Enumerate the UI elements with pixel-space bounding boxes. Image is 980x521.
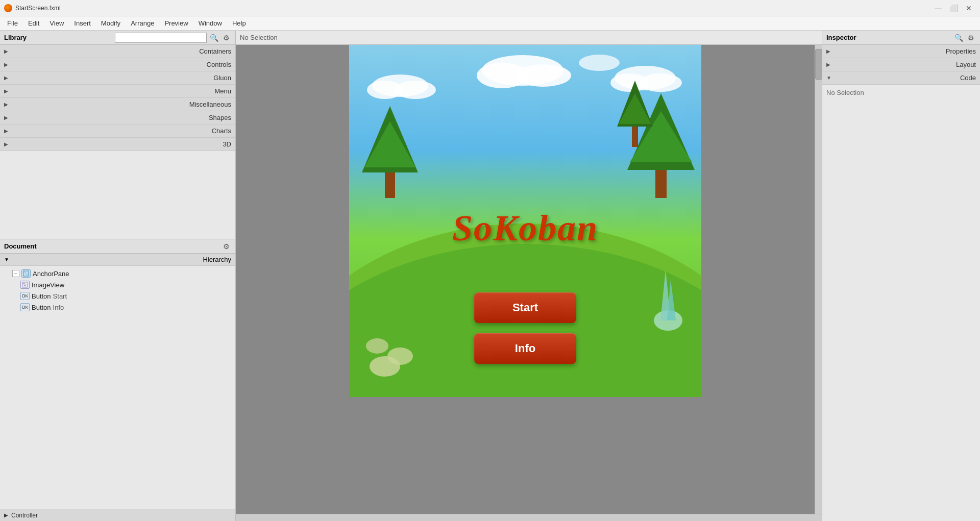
canvas-scrollbar[interactable] <box>815 45 822 514</box>
hierarchy-header[interactable]: ▼ Hierarchy <box>0 254 235 266</box>
canvas-viewport[interactable]: SoKoban Start Info <box>236 45 815 514</box>
lib-cat-charts[interactable]: ▶ Charts <box>0 125 235 138</box>
controls-label: Controls <box>11 61 231 68</box>
inspector-search-btn[interactable]: 🔍 <box>953 33 964 43</box>
inspector-layout-row[interactable]: ▶ Layout <box>822 58 980 71</box>
lib-cat-shapes[interactable]: ▶ Shapes <box>0 111 235 125</box>
left-panel: Library 🔍 ⚙ ▶ Containers ▶ Controls ▶ Gl… <box>0 31 236 521</box>
hierarchy-label: Hierarchy <box>12 256 231 263</box>
menu-window[interactable]: Window <box>193 17 227 29</box>
menu-bar: File Edit View Insert Modify Arrange Pre… <box>0 16 980 31</box>
inspector-body: No Selection <box>822 85 980 101</box>
no-selection-label: No Selection <box>240 34 278 41</box>
misc-arrow: ▶ <box>4 102 8 107</box>
menu-view[interactable]: View <box>44 17 69 29</box>
svg-rect-24 <box>632 127 638 147</box>
svg-line-1 <box>23 271 29 276</box>
lib-cat-containers[interactable]: ▶ Containers <box>0 45 235 58</box>
menu-edit[interactable]: Edit <box>23 17 44 29</box>
menu-arrange[interactable]: Arrange <box>126 17 159 29</box>
lib-cat-misc[interactable]: ▶ Miscellaneous <box>0 98 235 111</box>
controller-arrow: ▶ <box>4 512 8 518</box>
title-bar: StartScreen.fxml — ⬜ ✕ <box>0 0 980 16</box>
inspector-header: Inspector 🔍 ⚙ <box>822 31 980 45</box>
shapes-label: Shapes <box>11 114 231 121</box>
svg-point-28 <box>387 348 413 365</box>
misc-label: Miscellaneous <box>11 101 231 108</box>
button-start-icon: OK <box>20 292 30 300</box>
canvas-area: No Selection <box>236 31 822 521</box>
tree-items: − AnchorPane <box>0 266 235 315</box>
library-search[interactable] <box>115 33 207 43</box>
menu-arrow: ▶ <box>4 88 8 94</box>
title-filename: StartScreen.fxml <box>15 5 61 12</box>
minimize-button[interactable]: — <box>931 2 945 14</box>
tree-item-button-start[interactable]: OK Button Start <box>0 290 235 302</box>
anchorpane-label: AnchorPane <box>33 270 69 278</box>
main-layout: Library 🔍 ⚙ ▶ Containers ▶ Controls ▶ Gl… <box>0 31 980 521</box>
charts-label: Charts <box>11 127 231 135</box>
button-info-icon: OK <box>20 303 30 311</box>
tree-item-imageview[interactable]: ImageView <box>0 279 235 290</box>
library-tools: 🔍 ⚙ <box>115 33 231 43</box>
hierarchy-arrow: ▼ <box>4 257 9 262</box>
library-title: Library <box>4 34 27 41</box>
maximize-button[interactable]: ⬜ <box>946 2 961 14</box>
layout-arrow: ▶ <box>826 62 830 67</box>
deco-right-svg <box>643 254 694 346</box>
controller-label: Controller <box>11 512 38 519</box>
close-button[interactable]: ✕ <box>962 2 976 14</box>
properties-label: Properties <box>834 47 976 55</box>
inspector-settings-btn[interactable]: ⚙ <box>966 33 976 43</box>
tree-item-anchorpane[interactable]: − AnchorPane <box>0 268 235 279</box>
document-settings-btn[interactable]: ⚙ <box>221 241 231 252</box>
menu-insert[interactable]: Insert <box>69 17 96 29</box>
3d-arrow: ▶ <box>4 141 8 147</box>
game-title: SoKoban <box>452 207 598 249</box>
menu-label: Menu <box>11 87 231 95</box>
svg-rect-21 <box>655 170 667 198</box>
imageview-label: ImageView <box>32 281 64 289</box>
inspector-properties-row[interactable]: ▶ Properties <box>822 45 980 58</box>
menu-preview[interactable]: Preview <box>159 17 193 29</box>
imageview-icon <box>20 281 30 289</box>
inspector-code-row[interactable]: ▼ Code <box>822 71 980 85</box>
right-panel: Inspector 🔍 ⚙ ▶ Properties ▶ Layout ▼ Co… <box>822 31 980 521</box>
window-controls[interactable]: — ⬜ ✕ <box>931 2 976 14</box>
code-arrow: ▼ <box>826 75 831 81</box>
library-settings-btn[interactable]: ⚙ <box>221 33 231 43</box>
library-search-btn[interactable]: 🔍 <box>209 33 219 43</box>
inspector-tools: 🔍 ⚙ <box>953 33 976 43</box>
title-bar-left: StartScreen.fxml <box>4 4 61 12</box>
shapes-arrow: ▶ <box>4 115 8 120</box>
canvas-bottom-scrollbar[interactable] <box>236 514 822 521</box>
inspector-title: Inspector <box>826 34 856 41</box>
tree-left-svg <box>357 96 423 198</box>
lib-cat-controls[interactable]: ▶ Controls <box>0 58 235 71</box>
game-info-button[interactable]: Info <box>474 333 576 364</box>
lib-cat-3d[interactable]: ▶ 3D <box>0 138 235 151</box>
menu-modify[interactable]: Modify <box>96 17 126 29</box>
tree-item-button-info[interactable]: OK Button Info <box>0 302 235 313</box>
menu-file[interactable]: File <box>2 17 23 29</box>
app-icon <box>4 4 12 12</box>
button-start-sub: Start <box>53 292 67 300</box>
game-start-button[interactable]: Start <box>474 292 576 323</box>
svg-marker-26 <box>619 93 651 124</box>
svg-rect-18 <box>385 172 395 198</box>
inspector-no-selection: No Selection <box>826 89 864 96</box>
tree-small-right-svg <box>615 76 655 147</box>
controls-arrow: ▶ <box>4 62 8 67</box>
controller-bar[interactable]: ▶ Controller <box>0 509 235 521</box>
document-title: Document <box>4 242 37 250</box>
library-header: Library 🔍 ⚙ <box>0 31 235 45</box>
containers-arrow: ▶ <box>4 48 8 54</box>
3d-label: 3D <box>11 140 231 148</box>
scrollbar-thumb[interactable] <box>815 49 822 80</box>
anchorpane-toggle[interactable]: − <box>12 270 19 277</box>
lib-cat-menu[interactable]: ▶ Menu <box>0 85 235 98</box>
layout-label: Layout <box>834 61 976 68</box>
menu-help[interactable]: Help <box>227 17 251 29</box>
code-label: Code <box>835 74 976 82</box>
lib-cat-gluon[interactable]: ▶ Gluon <box>0 71 235 85</box>
